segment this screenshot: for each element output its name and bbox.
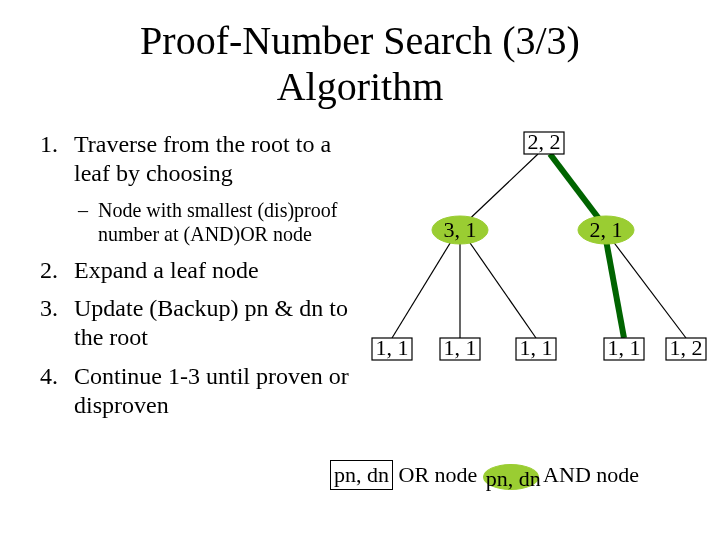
- node-leaf2-label: 1, 1: [444, 335, 477, 360]
- legend-or-text: OR node: [393, 462, 483, 487]
- edge-highlight-icon: [606, 240, 624, 338]
- slide: Proof-Number Search (3/3) Algorithm 1. T…: [0, 0, 720, 540]
- step-1-text: Traverse from the root to a leaf by choo…: [74, 130, 370, 188]
- edge-icon: [468, 240, 536, 338]
- node-leaf5-label: 1, 2: [670, 335, 703, 360]
- node-leaf4-label: 1, 1: [608, 335, 641, 360]
- slide-title: Proof-Number Search (3/3) Algorithm: [0, 18, 720, 110]
- step-4-text: Continue 1-3 until proven or disproven: [74, 362, 370, 420]
- node-l2b-label: 2, 1: [590, 217, 623, 242]
- title-line-2: Algorithm: [277, 64, 444, 109]
- legend-pn-dn-2: pn, dn: [486, 466, 541, 491]
- step-2-text: Expand a leaf node: [74, 256, 370, 285]
- step-1-number: 1.: [40, 130, 58, 159]
- node-l2a-label: 3, 1: [444, 217, 477, 242]
- step-2-number: 2.: [40, 256, 58, 285]
- node-leaf3-label: 1, 1: [520, 335, 553, 360]
- step-4-number: 4.: [40, 362, 58, 391]
- legend-or-box-icon: pn, dn: [330, 460, 393, 490]
- step-1-sub: – Node with smallest (dis)proof number a…: [98, 198, 370, 246]
- node-leaf1-label: 1, 1: [376, 335, 409, 360]
- step-4: 4. Continue 1-3 until proven or disprove…: [40, 362, 370, 420]
- step-2: 2. Expand a leaf node: [40, 256, 370, 285]
- legend-pn-dn: pn, dn: [334, 462, 389, 487]
- dash-icon: –: [78, 198, 88, 222]
- step-1: 1. Traverse from the root to a leaf by c…: [40, 130, 370, 188]
- step-3-number: 3.: [40, 294, 58, 323]
- title-line-1: Proof-Number Search (3/3): [140, 18, 580, 63]
- legend-and-text: AND node: [539, 462, 639, 487]
- node-root-label: 2, 2: [528, 129, 561, 154]
- legend: pn, dn OR node pn, dn AND node: [330, 460, 639, 490]
- step-3: 3. Update (Backup) pn & dn to the root: [40, 294, 370, 352]
- slide-body: 1. Traverse from the root to a leaf by c…: [40, 130, 370, 430]
- edge-icon: [392, 240, 452, 338]
- step-1-sub-text: Node with smallest (dis)proof number at …: [98, 199, 337, 245]
- tree-diagram: 2, 2 3, 1 2, 1 1, 1 1, 1 1, 1 1, 1 1, 2: [360, 128, 710, 438]
- step-3-text: Update (Backup) pn & dn to the root: [74, 294, 370, 352]
